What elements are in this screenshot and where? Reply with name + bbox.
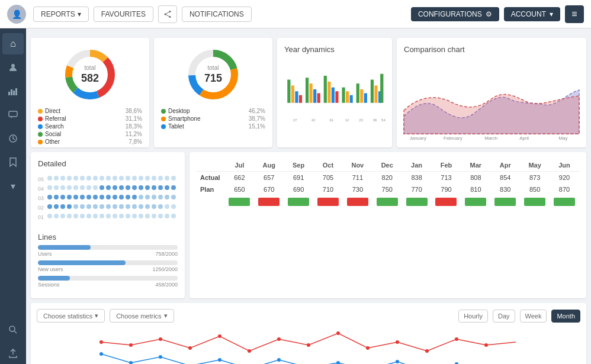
reports-button[interactable]: REPORTS ▾ [33, 7, 89, 22]
svg-rect-34 [332, 88, 335, 103]
svg-point-116 [132, 195, 137, 199]
svg-point-158 [145, 214, 150, 218]
svg-text:61: 61 [329, 118, 333, 122]
svg-text:01: 01 [38, 214, 44, 220]
data-table: Jul Aug Sep Oct Nov Dec Jan Feb Mar Apr … [197, 159, 579, 210]
svg-point-108 [80, 195, 85, 199]
week-button[interactable]: Week [520, 310, 547, 323]
avatar: 👤 [7, 5, 26, 24]
share-button[interactable] [158, 5, 177, 23]
data-table-card: Jul Aug Sep Oct Nov Dec Jan Feb Mar Apr … [189, 152, 586, 298]
hourly-button[interactable]: Hourly [458, 310, 488, 323]
svg-point-178 [129, 361, 133, 364]
col-feb: Feb [432, 159, 461, 172]
sidebar-item-upload[interactable] [2, 343, 24, 364]
svg-point-85 [60, 185, 65, 190]
svg-point-100 [158, 185, 163, 190]
svg-point-144 [54, 214, 59, 218]
svg-text:April: April [519, 136, 529, 141]
svg-point-176 [484, 343, 488, 347]
svg-line-3 [165, 11, 170, 14]
favourites-button[interactable]: FAVOURITES [94, 7, 153, 22]
bar-chart-svg: 27 42 61 12 23 36 54 [284, 59, 385, 136]
svg-point-112 [106, 195, 111, 199]
svg-point-99 [152, 185, 156, 190]
newusers-label: New users [38, 266, 63, 272]
svg-point-164 [129, 343, 133, 347]
newusers-value: 1250/2000 [152, 266, 178, 272]
svg-point-166 [188, 346, 192, 350]
svg-rect-28 [306, 78, 309, 103]
svg-point-118 [145, 195, 150, 199]
svg-point-65 [60, 176, 65, 181]
svg-point-132 [106, 204, 111, 209]
svg-text:36: 36 [373, 118, 377, 122]
col-sep: Sep [284, 159, 313, 172]
status-4 [317, 198, 339, 206]
col-jun: Jun [550, 159, 579, 172]
donut2-label: total 715 [204, 64, 222, 85]
day-button[interactable]: Day [493, 310, 515, 323]
svg-rect-36 [342, 88, 345, 103]
svg-point-123 [47, 204, 52, 209]
svg-point-145 [60, 214, 65, 218]
svg-point-95 [126, 185, 130, 190]
svg-rect-31 [317, 93, 320, 102]
bar-icon [8, 87, 18, 95]
svg-point-71 [99, 176, 104, 181]
svg-rect-30 [313, 89, 316, 103]
svg-rect-24 [287, 80, 290, 103]
svg-point-156 [132, 214, 137, 218]
sidebar-item-search[interactable] [2, 319, 24, 340]
svg-point-121 [165, 195, 169, 199]
donut1-legend: Direct38,6% Referral31,1% Search18,3% So… [38, 108, 142, 145]
svg-rect-25 [291, 85, 294, 102]
month-button[interactable]: Month [551, 310, 580, 323]
svg-point-113 [113, 195, 117, 199]
account-button[interactable]: ACCOUNT ▾ [504, 7, 560, 21]
svg-point-172 [366, 346, 370, 350]
choose-metrics-button[interactable]: Choose metrics ▾ [110, 309, 174, 323]
svg-point-181 [218, 358, 221, 362]
sidebar-item-chevron[interactable]: ▾ [2, 175, 24, 197]
svg-text:05: 05 [38, 176, 44, 182]
svg-point-89 [86, 185, 91, 190]
svg-point-131 [99, 204, 104, 209]
sidebar-item-home[interactable]: ⌂ [2, 33, 24, 54]
svg-point-80 [158, 176, 163, 181]
svg-text:March: March [484, 136, 497, 141]
sidebar-item-user[interactable] [2, 57, 24, 78]
svg-point-115 [126, 195, 130, 199]
svg-rect-42 [371, 80, 374, 103]
sidebar-item-comment[interactable] [2, 104, 24, 125]
sidebar-item-chart[interactable] [2, 80, 24, 102]
svg-text:12: 12 [345, 118, 349, 122]
svg-rect-38 [350, 95, 353, 103]
svg-point-160 [158, 214, 163, 218]
svg-point-179 [159, 355, 162, 359]
svg-point-151 [99, 214, 104, 218]
svg-point-161 [165, 214, 169, 218]
choose-statistics-button[interactable]: Choose statistics ▾ [37, 309, 105, 323]
svg-rect-10 [9, 111, 17, 117]
sidebar-item-clock[interactable] [2, 128, 24, 149]
svg-point-138 [145, 204, 150, 209]
notifications-button[interactable]: NOTIFICATIONS [182, 7, 252, 22]
sidebar-item-bookmark[interactable] [2, 152, 24, 173]
svg-point-153 [113, 214, 117, 218]
svg-point-134 [119, 204, 124, 209]
metrics-chevron-icon: ▾ [164, 312, 168, 320]
svg-text:54: 54 [381, 118, 386, 122]
svg-point-73 [113, 176, 117, 181]
svg-point-175 [455, 337, 458, 341]
svg-text:03: 03 [38, 195, 44, 201]
lines-title: Lines [38, 233, 178, 241]
svg-point-163 [99, 340, 103, 344]
menu-button[interactable]: ≡ [565, 5, 584, 23]
svg-point-148 [80, 214, 85, 218]
svg-point-165 [159, 337, 162, 341]
status-1 [229, 198, 250, 206]
svg-point-94 [119, 185, 124, 190]
configurations-button[interactable]: CONFIGURATIONS ⚙ [411, 7, 499, 21]
col-nov: Nov [343, 159, 372, 172]
